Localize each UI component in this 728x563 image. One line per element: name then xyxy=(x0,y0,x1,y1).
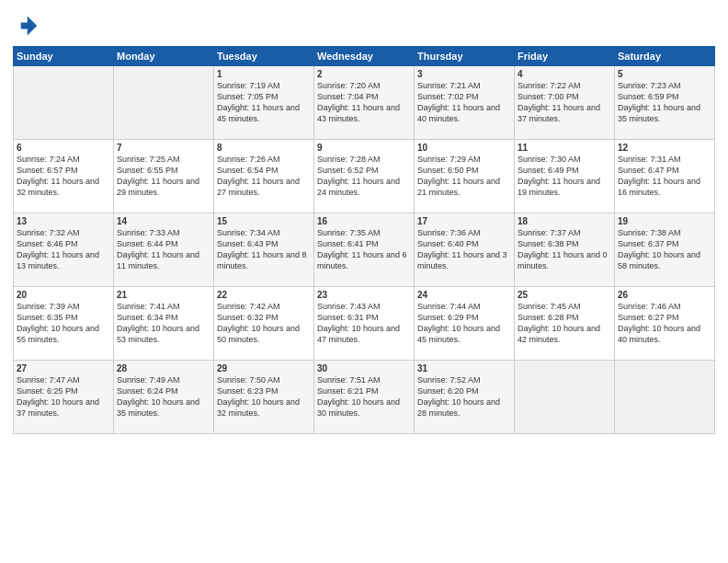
sunset-label: Sunset: 6:54 PM xyxy=(217,166,279,175)
daylight-label: Daylight: 11 hours and 45 minutes. xyxy=(217,103,300,123)
day-header-sunday: Sunday xyxy=(14,47,114,66)
sunrise-label: Sunrise: 7:30 AM xyxy=(518,155,581,164)
cell-content: Sunrise: 7:52 AMSunset: 6:20 PMDaylight:… xyxy=(417,374,511,419)
calendar-cell: 13Sunrise: 7:32 AMSunset: 6:46 PMDayligh… xyxy=(14,213,114,287)
daylight-label: Daylight: 11 hours and 19 minutes. xyxy=(518,177,600,197)
day-number: 16 xyxy=(317,216,411,226)
day-number: 7 xyxy=(117,143,210,153)
day-number: 2 xyxy=(317,69,411,79)
calendar-cell: 7Sunrise: 7:25 AMSunset: 6:55 PMDaylight… xyxy=(114,140,214,213)
sunset-label: Sunset: 6:49 PM xyxy=(518,166,579,175)
day-number: 20 xyxy=(17,290,110,300)
daylight-label: Daylight: 10 hours and 40 minutes. xyxy=(618,324,700,344)
sunset-label: Sunset: 6:50 PM xyxy=(417,166,479,175)
week-row-5: 27Sunrise: 7:47 AMSunset: 6:25 PMDayligh… xyxy=(14,361,715,434)
sunset-label: Sunset: 6:44 PM xyxy=(117,239,178,248)
sunset-label: Sunset: 6:37 PM xyxy=(618,239,679,248)
day-number: 14 xyxy=(117,216,210,226)
sunrise-label: Sunrise: 7:24 AM xyxy=(17,155,80,164)
calendar-cell xyxy=(114,66,214,140)
sunrise-label: Sunrise: 7:52 AM xyxy=(417,375,481,385)
daylight-label: Daylight: 11 hours and 32 minutes. xyxy=(17,177,99,197)
day-number: 30 xyxy=(317,363,411,373)
day-header-monday: Monday xyxy=(114,47,214,66)
daylight-label: Daylight: 11 hours and 24 minutes. xyxy=(317,177,400,197)
sunset-label: Sunset: 6:28 PM xyxy=(518,313,579,322)
cell-content: Sunrise: 7:42 AMSunset: 6:32 PMDaylight:… xyxy=(217,301,311,346)
sunset-label: Sunset: 6:40 PM xyxy=(417,239,479,248)
cell-content: Sunrise: 7:41 AMSunset: 6:34 PMDaylight:… xyxy=(117,301,210,346)
calendar-cell: 18Sunrise: 7:37 AMSunset: 6:38 PMDayligh… xyxy=(515,213,615,287)
calendar-cell xyxy=(615,361,715,434)
sunrise-label: Sunrise: 7:44 AM xyxy=(417,302,481,311)
day-number: 27 xyxy=(17,363,110,373)
daylight-label: Daylight: 11 hours and 35 minutes. xyxy=(618,103,700,123)
daylight-label: Daylight: 10 hours and 53 minutes. xyxy=(117,324,199,344)
sunrise-label: Sunrise: 7:19 AM xyxy=(217,81,280,90)
daylight-label: Daylight: 10 hours and 55 minutes. xyxy=(17,324,99,344)
day-number: 28 xyxy=(117,363,210,373)
sunset-label: Sunset: 6:24 PM xyxy=(117,386,178,396)
sunrise-label: Sunrise: 7:50 AM xyxy=(217,375,280,385)
cell-content: Sunrise: 7:47 AMSunset: 6:25 PMDaylight:… xyxy=(17,374,110,419)
cell-content: Sunrise: 7:34 AMSunset: 6:43 PMDaylight:… xyxy=(217,227,311,272)
sunrise-label: Sunrise: 7:49 AM xyxy=(117,375,180,385)
cell-content: Sunrise: 7:45 AMSunset: 6:28 PMDaylight:… xyxy=(518,301,611,346)
sunrise-label: Sunrise: 7:34 AM xyxy=(217,228,280,237)
day-number: 6 xyxy=(17,143,110,153)
week-row-3: 13Sunrise: 7:32 AMSunset: 6:46 PMDayligh… xyxy=(14,213,715,287)
calendar-table: SundayMondayTuesdayWednesdayThursdayFrid… xyxy=(13,46,715,434)
sunrise-label: Sunrise: 7:28 AM xyxy=(317,155,381,164)
sunrise-label: Sunrise: 7:35 AM xyxy=(317,228,381,237)
day-number: 29 xyxy=(217,363,311,373)
daylight-label: Daylight: 10 hours and 35 minutes. xyxy=(117,397,199,418)
calendar-cell: 31Sunrise: 7:52 AMSunset: 6:20 PMDayligh… xyxy=(415,361,515,434)
sunrise-label: Sunrise: 7:22 AM xyxy=(518,81,581,90)
daylight-label: Daylight: 11 hours and 13 minutes. xyxy=(17,250,99,270)
sunrise-label: Sunrise: 7:33 AM xyxy=(117,228,180,237)
day-number: 31 xyxy=(417,363,511,373)
cell-content: Sunrise: 7:43 AMSunset: 6:31 PMDaylight:… xyxy=(317,301,411,346)
cell-content: Sunrise: 7:44 AMSunset: 6:29 PMDaylight:… xyxy=(417,301,511,346)
sunrise-label: Sunrise: 7:21 AM xyxy=(417,81,481,90)
sunset-label: Sunset: 6:38 PM xyxy=(518,239,579,248)
day-number: 17 xyxy=(417,216,511,226)
daylight-label: Daylight: 10 hours and 47 minutes. xyxy=(317,324,400,344)
day-number: 1 xyxy=(217,69,311,79)
sunset-label: Sunset: 6:47 PM xyxy=(618,166,679,175)
daylight-label: Daylight: 11 hours and 11 minutes. xyxy=(117,250,199,270)
day-number: 13 xyxy=(17,216,110,226)
day-number: 5 xyxy=(618,69,711,79)
cell-content: Sunrise: 7:50 AMSunset: 6:23 PMDaylight:… xyxy=(217,374,311,419)
day-number: 18 xyxy=(518,216,611,226)
cell-content: Sunrise: 7:49 AMSunset: 6:24 PMDaylight:… xyxy=(117,374,210,419)
calendar-cell: 2Sunrise: 7:20 AMSunset: 7:04 PMDaylight… xyxy=(314,66,415,140)
calendar-header-row: SundayMondayTuesdayWednesdayThursdayFrid… xyxy=(14,47,715,66)
cell-content: Sunrise: 7:36 AMSunset: 6:40 PMDaylight:… xyxy=(417,227,511,272)
calendar-cell: 12Sunrise: 7:31 AMSunset: 6:47 PMDayligh… xyxy=(615,140,715,213)
sunrise-label: Sunrise: 7:37 AM xyxy=(518,228,581,237)
sunset-label: Sunset: 6:41 PM xyxy=(317,239,379,248)
daylight-label: Daylight: 11 hours and 16 minutes. xyxy=(618,177,700,197)
day-number: 24 xyxy=(417,290,511,300)
calendar-cell: 16Sunrise: 7:35 AMSunset: 6:41 PMDayligh… xyxy=(314,213,415,287)
day-header-thursday: Thursday xyxy=(415,47,515,66)
day-number: 8 xyxy=(217,143,311,153)
cell-content: Sunrise: 7:33 AMSunset: 6:44 PMDaylight:… xyxy=(117,227,210,272)
calendar-cell: 29Sunrise: 7:50 AMSunset: 6:23 PMDayligh… xyxy=(214,361,314,434)
cell-content: Sunrise: 7:32 AMSunset: 6:46 PMDaylight:… xyxy=(17,227,110,272)
day-number: 23 xyxy=(317,290,411,300)
sunrise-label: Sunrise: 7:45 AM xyxy=(518,302,581,311)
calendar-cell: 27Sunrise: 7:47 AMSunset: 6:25 PMDayligh… xyxy=(14,361,114,434)
cell-content: Sunrise: 7:31 AMSunset: 6:47 PMDaylight:… xyxy=(618,154,711,199)
cell-content: Sunrise: 7:29 AMSunset: 6:50 PMDaylight:… xyxy=(417,154,511,199)
sunset-label: Sunset: 6:27 PM xyxy=(618,313,679,322)
sunset-label: Sunset: 7:00 PM xyxy=(518,92,579,101)
sunrise-label: Sunrise: 7:39 AM xyxy=(17,302,80,311)
daylight-label: Daylight: 11 hours and 37 minutes. xyxy=(518,103,600,123)
daylight-label: Daylight: 10 hours and 28 minutes. xyxy=(417,397,500,418)
calendar-cell: 3Sunrise: 7:21 AMSunset: 7:02 PMDaylight… xyxy=(415,66,515,140)
cell-content: Sunrise: 7:19 AMSunset: 7:05 PMDaylight:… xyxy=(217,80,311,125)
day-number: 25 xyxy=(518,290,611,300)
calendar-cell: 30Sunrise: 7:51 AMSunset: 6:21 PMDayligh… xyxy=(314,361,415,434)
